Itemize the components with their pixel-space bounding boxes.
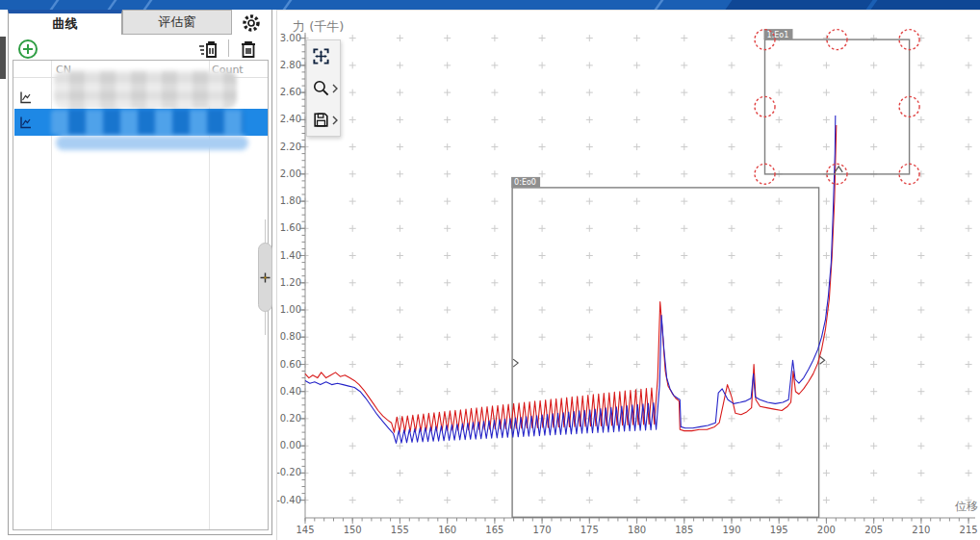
sidebar-tabs: 曲线 评估窗 xyxy=(8,10,274,35)
chart-panel: 力 (千牛) 145150155160165170175180185190195… xyxy=(276,10,980,540)
y-tick-label: 1.40 xyxy=(280,250,301,261)
x-tick-label: 175 xyxy=(580,525,599,535)
panel-splitter-handle[interactable] xyxy=(258,243,272,312)
curve-list-item-selected[interactable] xyxy=(14,109,268,136)
y-tick-label: 1.60 xyxy=(280,222,301,233)
x-tick-label: 165 xyxy=(485,525,503,535)
curve-anchor-marker xyxy=(513,359,518,367)
y-tick-label: 2.80 xyxy=(280,60,301,70)
x-tick-label: 195 xyxy=(770,525,788,535)
tab-eval-window[interactable]: 评估窗 xyxy=(122,10,232,35)
x-tick-label: 205 xyxy=(864,525,883,535)
curve-anchor-marker xyxy=(820,356,825,364)
chart-toolbar xyxy=(306,39,341,137)
y-tick-label: 2.00 xyxy=(280,168,301,179)
floppy-disk-icon xyxy=(312,111,330,129)
curve-red xyxy=(305,125,837,432)
x-tick-label: 160 xyxy=(438,525,456,535)
settings-gear-icon[interactable] xyxy=(240,13,263,36)
eval-window-tag-label: 0:Eo0 xyxy=(514,178,536,187)
sidebar-panel: 曲线 评估窗 xyxy=(8,10,272,535)
magnifier-icon xyxy=(312,79,330,97)
x-tick-label: 145 xyxy=(296,525,314,535)
tab-eval-window-label: 评估窗 xyxy=(159,13,196,31)
tab-curve-label: 曲线 xyxy=(53,15,78,33)
toolbar-divider xyxy=(228,39,229,57)
y-tick-label: 1.00 xyxy=(280,304,301,315)
force-displacement-chart[interactable]: 1451501551601651701751801851901952002052… xyxy=(277,11,980,540)
x-tick-label: 185 xyxy=(675,525,693,535)
save-tool-button[interactable] xyxy=(307,104,340,136)
mini-chart-icon xyxy=(18,116,32,129)
mini-chart-icon xyxy=(18,90,32,104)
curve-list-table: CN Count xyxy=(13,60,269,530)
x-tick-label: 210 xyxy=(912,525,930,535)
x-tick-label: 150 xyxy=(344,525,362,535)
add-circle-icon[interactable] xyxy=(16,38,39,61)
grid-plus-markers xyxy=(302,35,972,503)
titlebar-tab-dark xyxy=(869,0,980,10)
curve-list-item[interactable] xyxy=(14,84,268,111)
y-tick-label: 0.00 xyxy=(280,440,301,450)
background-edge-tab xyxy=(0,37,6,79)
titlebar-stripe xyxy=(142,0,154,10)
x-tick-label: 155 xyxy=(391,525,409,535)
titlebar-stripe xyxy=(653,0,665,10)
y-tick-label: 0.20 xyxy=(280,413,301,424)
fit-to-view-icon xyxy=(312,47,330,65)
x-tick-label: 200 xyxy=(817,525,836,535)
y-tick-label: 2.60 xyxy=(280,87,301,97)
x-axis-title: 位移 xyxy=(955,499,978,515)
eval-window-tag-label: 1:Eo1 xyxy=(767,31,789,39)
move-handle-icon xyxy=(260,272,271,283)
trash-sweep-icon[interactable] xyxy=(196,38,219,61)
y-tick-label: -0.40 xyxy=(277,495,301,505)
y-tick-label: 0.80 xyxy=(280,331,301,342)
titlebar-stripe xyxy=(48,0,61,10)
axes xyxy=(305,33,975,518)
y-tick-label: -0.20 xyxy=(277,467,301,477)
submenu-chevron-icon xyxy=(332,84,338,93)
y-tick-label: 0.60 xyxy=(280,359,301,370)
submenu-chevron-icon xyxy=(332,116,338,125)
y-tick-label: 1.80 xyxy=(280,195,301,206)
eval-window-1:Eo1[interactable]: 1:Eo1 xyxy=(755,29,919,184)
tab-curve[interactable]: 曲线 xyxy=(8,10,122,35)
x-tick-label: 215 xyxy=(960,525,978,535)
trash-icon[interactable] xyxy=(237,38,260,61)
curve-anchor-marker xyxy=(835,167,842,172)
fit-to-view-button[interactable] xyxy=(307,40,340,72)
titlebar-stripe xyxy=(106,0,118,10)
y-tick-label: 2.40 xyxy=(280,114,301,124)
app-screen: 曲线 评估窗 xyxy=(0,0,980,540)
sidebar-toolbar xyxy=(9,37,271,62)
x-tick-label: 170 xyxy=(533,525,552,535)
y-tick-label: 2.20 xyxy=(280,141,301,152)
x-tick-label: 180 xyxy=(628,525,646,535)
y-tick-label: 1.20 xyxy=(280,277,301,288)
zoom-tool-button[interactable] xyxy=(307,72,340,104)
y-tick-label: 0.40 xyxy=(280,386,301,397)
y-axis-title: 力 (千牛) xyxy=(293,18,344,36)
redaction-artifact xyxy=(56,136,248,150)
background-titlebar xyxy=(0,0,980,10)
titlebar-tab-dark xyxy=(724,0,874,10)
titlebar-stripe xyxy=(281,0,294,10)
redacted-row-content xyxy=(51,110,244,135)
x-tick-label: 190 xyxy=(722,525,740,535)
